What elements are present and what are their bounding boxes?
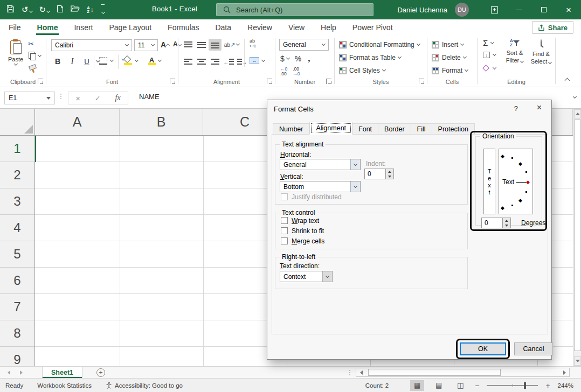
increase-decimal-button[interactable]: ←0.00 <box>280 67 287 77</box>
wrap-text-button[interactable]: ab↩c <box>250 39 256 48</box>
find-select-button[interactable]: Find & Select <box>529 39 553 65</box>
share-button[interactable]: Share <box>532 21 573 34</box>
formula-input[interactable]: NAME <box>139 93 160 101</box>
horizontal-select[interactable]: General <box>280 159 361 170</box>
row-header-2[interactable]: 2 <box>0 162 34 188</box>
accessibility-status[interactable]: Accessibility: Good to go <box>106 382 183 389</box>
tab-view[interactable]: View <box>287 19 306 36</box>
row-header-6[interactable]: 6 <box>0 268 34 294</box>
column-header-a[interactable]: A <box>35 109 120 135</box>
scroll-left-icon[interactable] <box>356 368 366 376</box>
text-direction-select-arrow[interactable] <box>322 271 332 282</box>
styles-dialog-launcher[interactable] <box>419 79 424 84</box>
autosum-button[interactable]: Σ <box>483 38 494 47</box>
dialog-close-button[interactable]: × <box>537 103 542 113</box>
normal-view-icon[interactable]: ▦ <box>410 380 424 391</box>
sheet-tab-sheet1[interactable]: Sheet1 <box>42 367 82 379</box>
next-sheet-icon[interactable] <box>20 370 23 375</box>
borders-button[interactable] <box>99 57 113 65</box>
font-dialog-launcher[interactable] <box>170 79 175 84</box>
middle-align-button[interactable] <box>195 39 208 51</box>
paste-button[interactable]: Paste <box>4 39 27 78</box>
ribbon-display-options-icon[interactable] <box>482 0 507 19</box>
tab-data[interactable]: Data <box>214 19 232 36</box>
indent-spinner[interactable]: 0 <box>364 169 394 179</box>
horizontal-select-arrow[interactable] <box>350 159 360 170</box>
tab-splitter-handle[interactable] <box>349 370 350 375</box>
scroll-right-icon[interactable] <box>559 368 569 376</box>
decrease-decimal-button[interactable]: .00→0 <box>293 67 300 77</box>
italic-button[interactable]: I <box>67 56 77 67</box>
row-header-9[interactable]: 9 <box>0 347 34 366</box>
dialog-tab-border[interactable]: Border <box>378 123 411 135</box>
row-header-7[interactable]: 7 <box>0 294 34 320</box>
currency-dropdown-icon[interactable] <box>286 56 290 60</box>
vertical-scroll-thumb[interactable] <box>574 120 581 351</box>
copy-button[interactable] <box>29 52 41 60</box>
dialog-help-button[interactable]: ? <box>514 104 518 113</box>
horizontal-scroll-thumb[interactable] <box>368 369 501 376</box>
zoom-slider[interactable] <box>487 385 538 386</box>
tab-page-layout[interactable]: Page Layout <box>108 19 153 36</box>
tab-insert[interactable]: Insert <box>73 19 94 36</box>
insert-function-icon[interactable]: fx <box>115 94 121 102</box>
horizontal-scrollbar[interactable] <box>356 368 570 377</box>
delete-cells-button[interactable]: Delete <box>432 52 466 64</box>
conditional-formatting-button[interactable]: Conditional Formatting <box>339 39 420 51</box>
undo-dropdown-icon[interactable] <box>29 9 33 13</box>
number-format-select[interactable]: General <box>279 39 329 51</box>
underline-button[interactable]: U <box>82 56 92 67</box>
format-painter-button[interactable] <box>29 65 36 72</box>
tab-formulas[interactable]: Formulas <box>167 19 200 36</box>
page-layout-view-icon[interactable]: ▤ <box>432 380 446 391</box>
tab-help[interactable]: Help <box>320 19 337 36</box>
font-family-select[interactable]: Calibri <box>51 39 132 51</box>
customize-qat-icon[interactable] <box>101 4 105 16</box>
fill-color-button[interactable] <box>123 56 138 65</box>
workbook-statistics[interactable]: Workbook Statistics <box>37 382 92 389</box>
dialog-tab-fill[interactable]: Fill <box>411 123 432 135</box>
close-button[interactable]: × <box>556 0 581 19</box>
percent-button[interactable]: % <box>295 54 301 63</box>
cell-styles-button[interactable]: Cell Styles <box>339 65 385 76</box>
align-left-button[interactable] <box>182 56 195 68</box>
font-color-button[interactable]: A <box>148 56 161 65</box>
dialog-tab-protection[interactable]: Protection <box>432 123 475 135</box>
align-right-button[interactable] <box>209 56 222 68</box>
paste-dropdown-icon[interactable] <box>13 62 17 66</box>
format-as-table-button[interactable]: Format as Table <box>339 52 401 64</box>
vertical-select[interactable]: Bottom <box>280 181 361 192</box>
name-box-dropdown-icon[interactable] <box>46 97 51 100</box>
formula-bar-handle[interactable] <box>60 94 61 99</box>
bottom-align-button[interactable] <box>209 39 222 51</box>
format-cells-button[interactable]: Format <box>432 65 468 76</box>
name-box[interactable]: E1 <box>4 92 55 104</box>
increase-indent-button[interactable]: → <box>236 56 248 68</box>
decrease-indent-button[interactable]: ← <box>222 56 235 68</box>
row-header-1[interactable]: 1 <box>0 136 34 162</box>
text-direction-select[interactable]: Context <box>280 271 333 282</box>
avatar[interactable]: DU <box>455 3 469 17</box>
indent-up-icon[interactable] <box>386 169 393 174</box>
prev-sheet-icon[interactable] <box>8 370 10 375</box>
undo-button[interactable]: ↺ <box>22 5 32 15</box>
new-sheet-button[interactable]: + <box>96 368 105 377</box>
merge-center-button[interactable]: ↔ <box>250 57 265 64</box>
tab-file[interactable]: File <box>8 19 22 36</box>
enter-entry-icon[interactable]: ✓ <box>95 94 101 102</box>
orientation-button[interactable]: ab↗ <box>222 39 241 51</box>
clear-button[interactable] <box>483 66 496 71</box>
maximize-button[interactable] <box>531 0 556 19</box>
collapse-ribbon-icon[interactable] <box>565 78 570 83</box>
merge-cells-checkbox[interactable] <box>281 237 288 244</box>
shrink-to-fit-checkbox[interactable] <box>281 227 288 234</box>
comma-style-button[interactable]: , <box>308 53 310 64</box>
zoom-in-icon[interactable]: + <box>545 381 550 390</box>
column-header-b[interactable]: B <box>120 109 203 135</box>
vertical-scrollbar[interactable] <box>573 109 581 366</box>
tab-power-pivot[interactable]: Power Pivot <box>351 19 394 36</box>
dialog-tab-font[interactable]: Font <box>352 123 378 135</box>
cancel-button[interactable]: Cancel <box>514 342 553 355</box>
currency-button[interactable]: $ <box>280 54 285 63</box>
cancel-entry-icon[interactable]: × <box>75 94 80 103</box>
